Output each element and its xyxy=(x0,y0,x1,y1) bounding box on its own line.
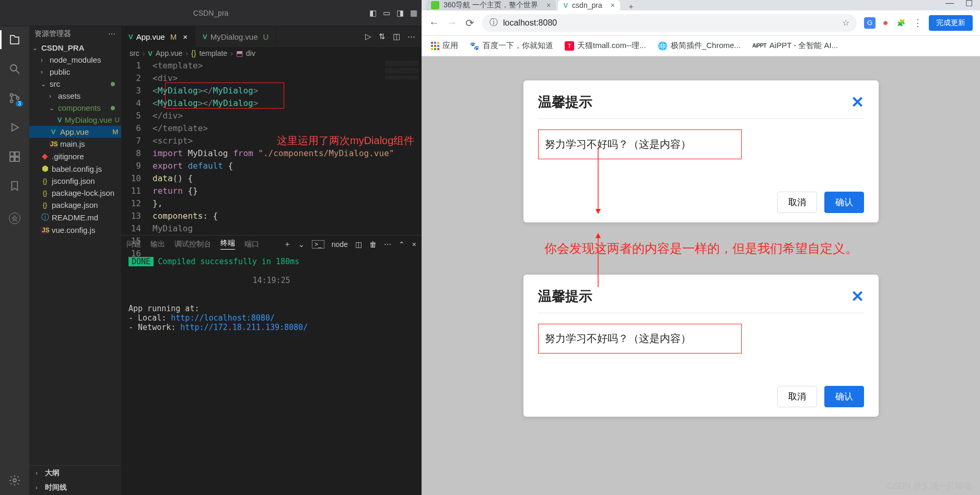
compare-icon[interactable]: ⇅ xyxy=(379,32,386,41)
source-control-icon[interactable]: 3 xyxy=(7,91,22,105)
file-pkglock[interactable]: {}package-lock.json xyxy=(29,187,121,199)
more-icon[interactable]: ⋯ xyxy=(108,30,116,38)
back-icon[interactable]: ← xyxy=(429,17,439,29)
file-readme[interactable]: ⓘREADME.md xyxy=(29,211,121,224)
apps-shortcut[interactable]: 应用 xyxy=(431,41,458,51)
browser-tabs: 360导航 一个主页，整个世界× Vcsdn_pra× ＋ — ☐ xyxy=(422,0,980,10)
terminal-content[interactable]: DONECompiled successfully in 180ms 14:19… xyxy=(121,253,422,336)
file-mainjs[interactable]: JSmain.js xyxy=(29,138,121,150)
local-url[interactable]: http://localhost:8080/ xyxy=(171,313,275,323)
close-icon[interactable]: ✕ xyxy=(851,287,864,305)
chevron-down-icon: ⌄ xyxy=(41,80,47,88)
project-root[interactable]: ⌄ CSDN_PRA xyxy=(29,42,121,54)
tab-ports[interactable]: 端口 xyxy=(244,240,259,249)
outline-section[interactable]: ›大纲 xyxy=(29,466,121,480)
run-icon[interactable]: ▷ xyxy=(365,32,371,41)
customize-icon[interactable]: ▦ xyxy=(410,8,417,18)
split-icon[interactable]: ◫ xyxy=(355,240,362,249)
cancel-button[interactable]: 取消 xyxy=(777,192,817,213)
browser-tab-2[interactable]: Vcsdn_pra× xyxy=(558,0,620,10)
shell-name: node xyxy=(332,240,348,249)
code-editor[interactable]: 12345678910111213141516 <template> <div>… xyxy=(121,60,422,235)
vue-icon: V xyxy=(49,128,57,136)
search-icon[interactable] xyxy=(7,62,22,76)
bookmark-aippt[interactable]: AiPPTAiPPT - 全智能 AI... xyxy=(752,41,838,51)
settings-icon[interactable] xyxy=(7,473,22,488)
tab-debug[interactable]: 调试控制台 xyxy=(174,240,211,249)
more-icon[interactable]: ⋯ xyxy=(384,240,391,249)
tab-mydialog[interactable]: VMyDialog.vueU xyxy=(195,26,276,47)
file-mydialog[interactable]: VMyDialog.vueU xyxy=(29,114,121,126)
file-babel[interactable]: ⬢babel.config.js xyxy=(29,162,121,175)
confirm-button[interactable]: 确认 xyxy=(824,386,864,407)
annotation-text: 你会发现这两者的内容是一样的，但是我们希望自定义。 xyxy=(544,240,858,257)
ext-icon[interactable]: G xyxy=(864,17,876,29)
reload-icon[interactable]: ⟳ xyxy=(464,17,475,29)
network-url[interactable]: http://172.18.211.139:8080/ xyxy=(180,323,308,332)
close-icon[interactable]: × xyxy=(611,1,615,9)
ext-icon[interactable]: ☻ xyxy=(880,17,891,29)
layout-left-icon[interactable]: ◧ xyxy=(369,8,377,18)
brackets-icon: ⬒ xyxy=(236,49,243,57)
folder-components[interactable]: ⌄components xyxy=(29,102,121,114)
shell-icon[interactable]: >_ xyxy=(312,240,324,249)
bookmark-chrome[interactable]: 🌐极简插件_Chrome... xyxy=(658,41,741,51)
folder-assets[interactable]: ›assets xyxy=(29,90,121,102)
bookmark-tmall[interactable]: T天猫tmall.com--理... xyxy=(565,41,646,51)
svg-rect-9 xyxy=(15,157,19,161)
maximize-icon[interactable]: ⌃ xyxy=(399,240,405,249)
info-icon[interactable]: ⓘ xyxy=(489,17,498,28)
page-content: 温馨提示 ✕ 努力学习不好吗？（这是内容） 取消 确认 你会发现这两者的内容是一… xyxy=(422,56,980,495)
maximize-icon[interactable]: ☐ xyxy=(965,0,973,8)
file-gitignore[interactable]: ◆.gitignore xyxy=(29,150,121,162)
minimap[interactable] xyxy=(385,61,418,123)
tab-terminal[interactable]: 终端 xyxy=(220,239,235,250)
tab-appvue[interactable]: VApp.vueM× xyxy=(121,26,195,48)
file-pkg[interactable]: {}package.json xyxy=(29,199,121,211)
confirm-button[interactable]: 确认 xyxy=(824,192,864,213)
cancel-button[interactable]: 取消 xyxy=(777,386,817,407)
update-button[interactable]: 完成更新 xyxy=(929,15,973,31)
bookmark-baidu[interactable]: 🐾百度一下，你就知道 xyxy=(470,41,553,51)
extensions-icon[interactable] xyxy=(7,149,22,164)
dropdown-icon[interactable]: ⌄ xyxy=(298,240,305,249)
trash-icon[interactable]: 🗑 xyxy=(369,240,377,249)
timeline-section[interactable]: ›时间线 xyxy=(29,480,121,495)
dialog-2: 温馨提示 ✕ 努力学习不好吗？（这是内容） 取消 确认 xyxy=(523,275,879,417)
explorer-icon[interactable] xyxy=(7,32,22,47)
folder-src[interactable]: ⌄src xyxy=(29,78,121,90)
layout-bottom-icon[interactable]: ▭ xyxy=(383,8,390,18)
bookmark-icon[interactable] xyxy=(7,179,22,193)
forward-icon[interactable]: → xyxy=(447,17,457,29)
file-jsconfig[interactable]: {}jsconfig.json xyxy=(29,175,121,187)
running-label: App running at: xyxy=(129,304,414,313)
file-appvue[interactable]: VApp.vueM xyxy=(29,126,121,138)
close-icon[interactable]: ✕ xyxy=(851,93,864,111)
minimize-icon[interactable]: — xyxy=(946,0,954,8)
folder-node-modules[interactable]: ›node_modules xyxy=(29,54,121,66)
puzzle-icon[interactable]: 🧩 xyxy=(895,17,907,29)
breadcrumb[interactable]: src› VApp.vue› {}template› ⬒div xyxy=(121,47,422,60)
tab-output[interactable]: 输出 xyxy=(150,240,165,249)
split-icon[interactable]: ◫ xyxy=(393,32,400,41)
tab-actions: ▷ ⇅ ◫ ⋯ xyxy=(365,26,422,47)
close-icon[interactable]: × xyxy=(183,32,188,41)
new-terminal-icon[interactable]: ＋ xyxy=(284,240,291,249)
new-tab-button[interactable]: ＋ xyxy=(622,3,640,10)
close-icon[interactable]: × xyxy=(546,1,551,9)
url-bar[interactable]: ⓘ localhost:8080 ☆ xyxy=(482,14,857,32)
run-debug-icon[interactable] xyxy=(7,120,22,135)
svg-rect-6 xyxy=(10,152,14,156)
hui-icon[interactable]: 会 xyxy=(7,211,22,226)
star-icon[interactable]: ☆ xyxy=(842,18,849,28)
chevron-down-icon: ⌄ xyxy=(49,104,55,112)
close-icon[interactable]: × xyxy=(412,240,416,249)
layout-right-icon[interactable]: ◨ xyxy=(396,8,404,18)
chevron-right-icon: › xyxy=(49,92,55,100)
more-icon[interactable]: ⋯ xyxy=(407,32,415,41)
folder-public[interactable]: ›public xyxy=(29,66,121,78)
chevron-right-icon: › xyxy=(36,469,42,477)
git-icon: ◆ xyxy=(41,151,49,161)
file-vueconfig[interactable]: JSvue.config.js xyxy=(29,224,121,236)
browser-tab-1[interactable]: 360导航 一个主页，整个世界× xyxy=(426,0,556,10)
